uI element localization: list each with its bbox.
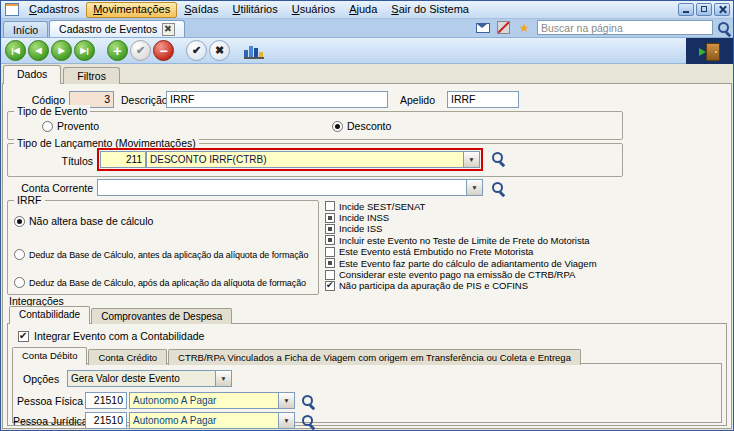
tab-close-icon[interactable] xyxy=(162,23,175,36)
confirm-button[interactable]: ✔ xyxy=(186,40,207,61)
close-button[interactable] xyxy=(714,3,730,16)
pessoa-juridica-lookup-icon[interactable] xyxy=(301,414,315,428)
menu-sair-do-sistema[interactable]: Sair do Sistema xyxy=(384,2,476,18)
pessoa-fisica-value: Autonomo A Pagar xyxy=(130,393,278,408)
checkbox-incide-sest-senat[interactable]: Incide SEST/SENAT xyxy=(325,201,597,211)
conta-tab-strip: Conta Débito Conta Crédito CTRB/RPA Vinc… xyxy=(12,347,582,365)
conta-corrente-combo[interactable] xyxy=(97,179,483,196)
menu-saidas[interactable]: Saídas xyxy=(177,2,225,18)
tipo-evento-group: Tipo de Evento Provento Desconto xyxy=(7,111,623,140)
checkbox-adiantamento-viagem[interactable]: Este Evento faz parte do cálculo de adia… xyxy=(325,258,597,268)
tab-cadastro-de-eventos[interactable]: Cadastro de Eventos xyxy=(49,20,185,37)
favorite-button[interactable]: ★ xyxy=(516,20,533,35)
event-options-checkbox-list: Incide SEST/SENAT Incide INSS Incide ISS… xyxy=(325,201,597,291)
radio-label: Deduz da Base de Cálculo, antes da aplic… xyxy=(29,250,308,260)
edit-record-button[interactable]: ✔ xyxy=(130,40,151,61)
tab-dados[interactable]: Dados xyxy=(3,65,61,84)
checkbox-box[interactable] xyxy=(325,224,335,234)
menu-movimentacoes[interactable]: Movimentações xyxy=(86,2,177,18)
minimize-button[interactable] xyxy=(678,3,694,16)
checkbox-box[interactable] xyxy=(325,201,335,211)
menu-cadastros[interactable]: Cadastros xyxy=(22,2,86,18)
checkbox-box[interactable] xyxy=(325,270,335,280)
checkbox-box[interactable] xyxy=(18,331,29,342)
titulos-code-field[interactable]: 211 xyxy=(100,151,146,168)
design-mode-button[interactable] xyxy=(495,20,512,35)
checkbox-box[interactable] xyxy=(325,281,335,291)
checkbox-box[interactable] xyxy=(325,235,335,245)
cancel-icon: ✖ xyxy=(215,44,224,57)
radio-desconto[interactable]: Desconto xyxy=(332,120,391,132)
form-tab-strip: Dados Filtros xyxy=(3,66,122,84)
app-window: Cadastros Movimentações Saídas Utilitári… xyxy=(0,0,734,431)
checkbox-nao-participa-pis-cofins[interactable]: Não participa da apuração de PIS e COFIN… xyxy=(325,281,597,291)
checkbox-box[interactable] xyxy=(325,258,335,268)
first-record-button[interactable]: |◀ xyxy=(5,40,26,61)
checkbox-incide-iss[interactable]: Incide ISS xyxy=(325,224,597,234)
radio-nao-altera-base[interactable]: Não altera base de cálculo xyxy=(14,215,153,227)
cancel-button[interactable]: ✖ xyxy=(209,40,230,61)
radio-circle[interactable] xyxy=(14,249,25,260)
tab-ctrb-rpa-vinculados[interactable]: CTRB/RPA Vinculados a Ficha de Viagem co… xyxy=(168,349,581,365)
menu-utilitarios[interactable]: Utilitários xyxy=(225,2,284,18)
pessoa-fisica-lookup-icon[interactable] xyxy=(301,394,315,408)
checkbox-box[interactable] xyxy=(325,213,335,223)
maximize-button[interactable] xyxy=(696,3,712,16)
pessoa-juridica-dropdown-icon[interactable] xyxy=(278,413,294,428)
pessoa-juridica-label: Pessoa Jurídica xyxy=(13,415,83,427)
radio-circle[interactable] xyxy=(14,277,25,288)
radio-label: Não altera base de cálculo xyxy=(29,215,153,227)
checkbox-incide-inss[interactable]: Incide INSS xyxy=(325,212,597,222)
apelido-field[interactable]: IRRF xyxy=(447,91,519,108)
next-record-button[interactable]: ▶ xyxy=(51,40,72,61)
titulos-dropdown-icon[interactable] xyxy=(463,152,479,167)
mail-button[interactable] xyxy=(474,20,491,35)
last-record-icon: ▶| xyxy=(80,46,88,55)
minus-icon: − xyxy=(159,43,167,59)
radio-desconto-label: Desconto xyxy=(347,120,391,132)
exit-button[interactable] xyxy=(699,43,721,60)
previous-record-button[interactable]: ◀ xyxy=(28,40,49,61)
checkbox-label: Integrar Evento com a Contabilidade xyxy=(34,330,204,342)
radio-deduz-apos[interactable]: Deduz da Base de Cálculo, após da aplica… xyxy=(14,277,306,288)
tab-conta-credito[interactable]: Conta Crédito xyxy=(88,349,167,365)
tab-comprovantes-despesa[interactable]: Comprovantes de Despesa xyxy=(91,308,232,324)
last-record-button[interactable]: ▶| xyxy=(74,40,95,61)
pessoa-juridica-code-field[interactable]: 21510 xyxy=(85,412,127,429)
checkbox-incluir-teste-limite[interactable]: Incluir este Evento no Teste de Limite d… xyxy=(325,235,597,245)
tab-filtros[interactable]: Filtros xyxy=(63,67,120,84)
radio-desconto-circle[interactable] xyxy=(332,121,343,132)
integrar-contabilidade-checkbox[interactable]: Integrar Evento com a Contabilidade xyxy=(18,330,204,342)
tab-contabilidade[interactable]: Contabilidade xyxy=(9,306,90,324)
radio-deduz-antes[interactable]: Deduz da Base de Cálculo, antes da aplic… xyxy=(14,249,308,260)
checkbox-box[interactable] xyxy=(325,247,335,257)
pessoa-fisica-dropdown-icon[interactable] xyxy=(278,393,294,408)
pessoa-fisica-combo[interactable]: Autonomo A Pagar xyxy=(129,392,295,409)
delete-record-button[interactable]: − xyxy=(153,40,174,61)
checkbox-evento-pago-ctrb[interactable]: Considerar este evento pago na emissão d… xyxy=(325,269,597,279)
radio-provento[interactable]: Provento xyxy=(42,120,99,132)
checkbox-embutido-frete[interactable]: Este Evento está Embutido no Frete Motor… xyxy=(325,247,597,257)
opcoes-combo[interactable]: Gera Valor deste Evento xyxy=(67,370,232,387)
descricao-field[interactable]: IRRF xyxy=(166,91,388,108)
tab-inicio[interactable]: Início xyxy=(3,21,48,37)
search-input[interactable] xyxy=(537,20,713,35)
tab-conta-debito[interactable]: Conta Débito xyxy=(12,347,87,365)
chart-button[interactable] xyxy=(244,43,264,59)
conta-corrente-dropdown-icon[interactable] xyxy=(466,180,482,195)
titulos-lookup-icon[interactable] xyxy=(491,151,505,165)
radio-provento-circle[interactable] xyxy=(42,121,53,132)
pessoa-fisica-code-field[interactable]: 21510 xyxy=(85,392,127,409)
document-tab-bar: Início Cadastro de Eventos ★ xyxy=(1,19,733,38)
pessoa-juridica-combo[interactable]: Autonomo A Pagar xyxy=(129,412,295,429)
menu-ajuda[interactable]: Ajuda xyxy=(342,2,384,18)
add-record-button[interactable]: + xyxy=(107,40,128,61)
search-icon[interactable] xyxy=(717,21,731,35)
titulos-combo[interactable]: DESCONTO IRRF(CTRB) xyxy=(146,151,480,168)
radio-circle[interactable] xyxy=(14,216,25,227)
checkbox-label: Este Evento está Embutido no Frete Motor… xyxy=(339,246,533,257)
dados-panel: Código 3 Descrição IRRF Apelido IRRF Tip… xyxy=(2,83,732,429)
opcoes-dropdown-icon[interactable] xyxy=(215,371,231,386)
conta-corrente-lookup-icon[interactable] xyxy=(491,181,505,195)
menu-usuarios[interactable]: Usuários xyxy=(285,2,342,18)
